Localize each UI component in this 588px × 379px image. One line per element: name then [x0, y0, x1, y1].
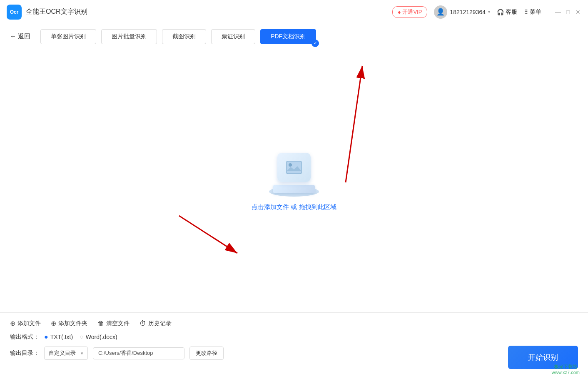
- customer-service-label: 客服: [506, 8, 517, 16]
- svg-rect-0: [287, 161, 301, 174]
- watermark: 极光下载站 www.xz7.com: [552, 364, 580, 375]
- tab-batch-image[interactable]: 图片批量识别: [101, 29, 157, 44]
- clear-files-button[interactable]: 🗑 清空文件: [97, 320, 130, 327]
- headset-icon: 🎧: [497, 9, 504, 15]
- output-label: 输出目录：: [10, 349, 39, 357]
- tab-single-image[interactable]: 单张图片识别: [40, 29, 96, 44]
- main-wrapper: 点击添加文件 或 拖拽到此区域: [0, 49, 588, 312]
- history-button[interactable]: ⏱ 历史记录: [140, 320, 172, 327]
- tab-pdf[interactable]: PDF文档识别: [260, 29, 316, 44]
- tab-voucher[interactable]: 票证识别: [211, 29, 255, 44]
- window-controls: — □ ✕: [555, 9, 581, 15]
- change-path-button[interactable]: 更改路径: [189, 347, 224, 360]
- customer-service-button[interactable]: 🎧 客服: [497, 8, 517, 16]
- svg-point-1: [289, 163, 292, 167]
- output-row: 输出目录： 自定义目录 ▾ 更改路径: [10, 347, 578, 360]
- avatar: 👤: [434, 5, 447, 19]
- folder-plus-icon: ⊕: [51, 319, 56, 327]
- app-title: 全能王OCR文字识别: [26, 7, 87, 16]
- watermark-line2: www.xz7.com: [552, 370, 580, 375]
- image-icon-svg: [286, 160, 302, 175]
- main-content: 点击添加文件 或 拖拽到此区域: [0, 49, 588, 312]
- menu-button[interactable]: ⠿ 菜单: [524, 8, 541, 16]
- format-label: 输出格式：: [10, 333, 39, 341]
- dir-option-label: 自定义目录: [49, 349, 76, 357]
- chevron-down-icon: ▾: [488, 10, 490, 14]
- history-label: 历史记录: [148, 320, 172, 327]
- user-section[interactable]: 👤 18212129364 ▾: [434, 5, 490, 19]
- format-radio-group: ● TXT(.txt) ○ Word(.docx): [44, 333, 117, 341]
- format-word-label: Word(.docx): [86, 334, 117, 340]
- plus-circle-icon: ⊕: [10, 319, 15, 327]
- title-right-controls: ♦ 开通VIP 👤 18212129364 ▾ 🎧 客服 ⠿ 菜单 — □ ✕: [392, 5, 581, 19]
- drop-text[interactable]: 点击添加文件 或 拖拽到此区域: [252, 203, 336, 211]
- format-txt-label: TXT(.txt): [50, 334, 73, 340]
- vip-label: 开通VIP: [402, 8, 422, 16]
- icon-platform: [273, 185, 315, 193]
- directory-select[interactable]: 自定义目录 ▾: [44, 347, 88, 360]
- back-button[interactable]: ← 返回: [10, 32, 30, 40]
- format-word-option[interactable]: ○ Word(.docx): [80, 333, 117, 341]
- file-drop-icon: [267, 151, 321, 197]
- logo-text: Ocr: [10, 9, 19, 15]
- tab-screenshot[interactable]: 截图识别: [162, 29, 206, 44]
- username: 18212129364: [450, 9, 486, 15]
- close-button[interactable]: ✕: [575, 9, 581, 15]
- diamond-icon: ♦: [398, 9, 401, 15]
- minimize-button[interactable]: —: [555, 9, 561, 15]
- clear-files-label: 清空文件: [106, 320, 130, 327]
- grid-icon: ⠿: [524, 9, 528, 15]
- add-folder-button[interactable]: ⊕ 添加文件夹: [51, 319, 87, 327]
- radio-checked-icon: ●: [44, 333, 48, 341]
- drop-zone[interactable]: 点击添加文件 或 拖拽到此区域: [252, 151, 336, 211]
- add-folder-label: 添加文件夹: [58, 320, 87, 327]
- clock-icon: ⏱: [140, 320, 146, 327]
- bottom-actions: ⊕ 添加文件 ⊕ 添加文件夹 🗑 清空文件 ⏱ 历史记录: [10, 319, 578, 327]
- menu-label: 菜单: [530, 8, 541, 16]
- title-bar: Ocr 全能王OCR文字识别 ♦ 开通VIP 👤 18212129364 ▾ 🎧…: [0, 0, 588, 24]
- radio-unchecked-icon: ○: [80, 333, 84, 341]
- icon-image-card: [277, 153, 311, 182]
- app-logo: Ocr: [7, 5, 22, 20]
- output-path-input[interactable]: [93, 347, 184, 359]
- vip-button[interactable]: ♦ 开通VIP: [392, 6, 427, 18]
- trash-icon: 🗑: [97, 320, 104, 327]
- nav-bar: ← 返回 单张图片识别 图片批量识别 截图识别 票证识别 PDF文档识别: [0, 24, 588, 49]
- bottom-panel: ⊕ 添加文件 ⊕ 添加文件夹 🗑 清空文件 ⏱ 历史记录 输出格式： ● TXT…: [0, 312, 588, 379]
- format-row: 输出格式： ● TXT(.txt) ○ Word(.docx): [10, 333, 578, 341]
- select-arrow-icon: ▾: [81, 351, 83, 356]
- maximize-button[interactable]: □: [565, 9, 571, 15]
- add-file-button[interactable]: ⊕ 添加文件: [10, 319, 41, 327]
- add-file-link[interactable]: 点击添加文件 或 拖拽到此区域: [252, 203, 336, 210]
- add-file-label: 添加文件: [17, 320, 41, 327]
- watermark-line1: 极光下载站: [552, 364, 580, 370]
- format-txt-option[interactable]: ● TXT(.txt): [44, 333, 73, 341]
